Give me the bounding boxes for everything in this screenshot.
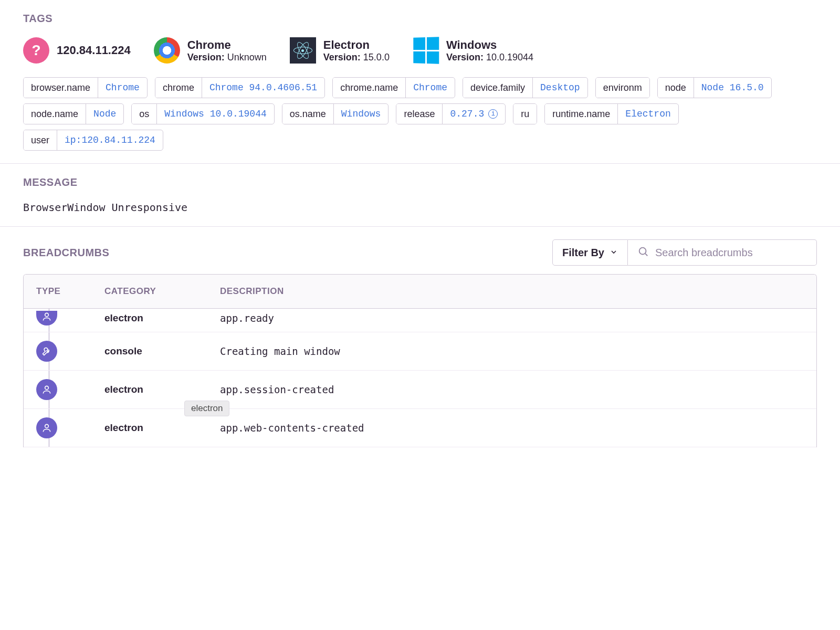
user-icon [36,417,57,438]
user-icon [36,379,57,400]
tag-pill[interactable]: nodeNode 16.5.0 [657,77,772,98]
tag-ip-value: 120.84.11.224 [57,44,131,57]
tag-pill-key: runtime.name [545,104,617,124]
tag-pill-key: chrome.name [333,78,405,98]
breadcrumbs-header: BREADCRUMBS Filter By [0,227,840,274]
tag-pill[interactable]: chromeChrome 94.0.4606.51 [155,77,325,98]
tag-pill[interactable]: release0.27.3 i [396,103,506,124]
tag-pill-value: 0.27.3 i [442,104,505,124]
question-icon: ? [23,37,49,64]
tag-pill-key: node [658,78,694,98]
tag-pill-value: Desktop [532,78,587,98]
tag-windows-name: Windows [446,38,533,52]
col-description: DESCRIPTION [220,286,804,297]
tooltip: electron [184,401,229,416]
search-icon [637,246,649,259]
chrome-icon [154,37,180,64]
filter-by-label: Filter By [562,247,604,259]
chevron-down-icon [610,247,618,259]
tag-pill-key: node.name [24,104,86,124]
tag-pill-value: Chrome [405,78,455,98]
svg-point-0 [639,248,646,255]
tag-pill-value: Electron [617,104,678,124]
tag-pill[interactable]: device.familyDesktop [463,77,588,98]
svg-point-2 [45,313,49,317]
tag-card-ip: ? 120.84.11.224 [23,37,131,64]
section-message: MESSAGE BrowserWindow Unresponsive [0,164,840,227]
tag-pill-key: environm [596,78,649,98]
tag-electron-name: Electron [323,38,390,52]
breadcrumb-category: electron [104,384,220,395]
breadcrumb-description: Creating main window [220,345,804,357]
windows-icon [413,37,439,64]
breadcrumb-description: app.web-contents-created [220,422,804,434]
section-title-breadcrumbs: BREADCRUMBS [23,247,109,259]
filter-by-button[interactable]: Filter By [552,239,628,266]
tag-pill-list: browser.nameChromechromeChrome 94.0.4606… [23,77,817,151]
tag-pill-key: release [396,104,442,124]
tag-card-windows: Windows Version: 10.0.19044 [413,37,533,64]
section-title-message: MESSAGE [23,176,817,188]
breadcrumb-row[interactable]: electronapp.session-created [24,371,816,409]
tag-pill[interactable]: environm [595,77,650,98]
tag-pill-value: ip:120.84.11.224 [57,130,163,150]
tag-pill-value: Node 16.5.0 [694,78,771,98]
svg-point-3 [45,386,49,390]
tag-pill-key: browser.name [24,78,98,98]
electron-icon [290,37,316,64]
tag-pill-key: os.name [282,104,333,124]
svg-line-1 [645,254,647,256]
breadcrumb-description: app.session-created [220,384,804,395]
tag-card-electron: Electron Version: 15.0.0 [290,37,390,64]
col-type: TYPE [36,286,104,297]
tag-pill-value: Node [86,104,123,124]
tag-pill-key: os [132,104,156,124]
tag-pill[interactable]: browser.nameChrome [23,77,148,98]
tag-pill-key: device.family [463,78,532,98]
breadcrumb-search[interactable] [628,239,817,266]
tag-pill-key: user [24,130,57,150]
user-icon [36,311,57,326]
tag-pill[interactable]: runtime.nameElectron [544,103,678,124]
breadcrumb-row[interactable]: electronapp.ready [24,309,816,332]
section-tags: TAGS ? 120.84.11.224 Chrome Version: Unk… [0,0,840,164]
info-icon: i [488,109,498,119]
breadcrumb-row[interactable]: consoleCreating main window [24,332,816,371]
col-category: CATEGORY [104,286,220,297]
tag-pill-value: Chrome [98,78,147,98]
tag-pill[interactable]: os.nameWindows [282,103,389,124]
tag-chrome-name: Chrome [187,38,267,52]
breadcrumb-category: electron [104,312,220,324]
section-title-tags: TAGS [23,13,817,25]
breadcrumbs-table: TYPE CATEGORY DESCRIPTION electronapp.re… [23,274,817,447]
tag-pill-value: Windows 10.0.19044 [156,104,274,124]
tag-pill[interactable]: userip:120.84.11.224 [23,130,163,151]
tag-pill[interactable]: ru [513,103,537,124]
tag-pill-value: Chrome 94.0.4606.51 [202,78,324,98]
tag-pill[interactable]: chrome.nameChrome [332,77,455,98]
tag-pill-key: ru [513,104,537,124]
message-text: BrowserWindow Unresponsive [23,201,817,214]
breadcrumbs-tbody: electronapp.readyconsoleCreating main wi… [24,309,816,447]
breadcrumb-category: electron [104,422,220,434]
tag-pill[interactable]: node.nameNode [23,103,124,124]
tag-pill-value: Windows [333,104,388,124]
tag-pill-key: chrome [155,78,202,98]
svg-point-4 [45,424,49,428]
breadcrumb-search-input[interactable] [655,247,807,259]
breadcrumb-description: app.ready [220,312,804,324]
tags-header: ? 120.84.11.224 Chrome Version: Unknown … [23,37,817,64]
breadcrumbs-thead: TYPE CATEGORY DESCRIPTION [24,275,816,309]
breadcrumb-category: console [104,345,220,357]
tag-pill[interactable]: osWindows 10.0.19044 [131,103,274,124]
wrench-icon [36,341,57,362]
breadcrumb-row[interactable]: electronapp.web-contents-createdelectron [24,409,816,447]
tag-card-chrome: Chrome Version: Unknown [154,37,267,64]
